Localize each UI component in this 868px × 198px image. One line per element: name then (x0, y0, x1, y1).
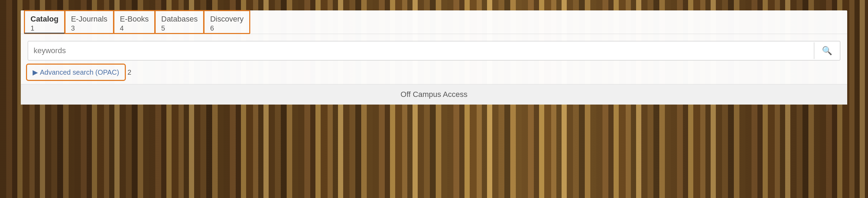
tab-catalog-number: 1 (31, 24, 34, 32)
search-area: 🔍 ▶ Advanced search (OPAC) 2 (21, 34, 847, 84)
tab-databases[interactable]: Databases 5 (155, 10, 204, 34)
tab-ebooks-label: E-Books (120, 15, 149, 24)
tab-catalog-label: Catalog (31, 15, 59, 24)
tab-ejournals[interactable]: E-Journals 3 (65, 10, 114, 34)
tab-ebooks[interactable]: E-Books 4 (114, 10, 155, 34)
advanced-row: ▶ Advanced search (OPAC) 2 (28, 65, 840, 79)
tab-databases-label: Databases (161, 15, 198, 24)
tabs-row: Catalog 1 E-Journals 3 E-Books 4 Databas… (21, 10, 847, 34)
advanced-search-label: Advanced search (OPAC) (40, 68, 119, 76)
tab-databases-number: 5 (161, 24, 165, 32)
tab-ejournals-number: 3 (71, 24, 75, 32)
search-row: 🔍 (28, 41, 840, 60)
tab-discovery-label: Discovery (210, 15, 244, 24)
off-campus-bar[interactable]: Off Campus Access (21, 84, 847, 105)
tab-ebooks-number: 4 (120, 24, 124, 32)
tab-catalog[interactable]: Catalog 1 (24, 10, 65, 34)
advanced-search-arrow: ▶ (33, 68, 38, 76)
tab-discovery[interactable]: Discovery 6 (204, 10, 250, 34)
tab-discovery-number: 6 (210, 24, 214, 32)
search-input[interactable] (28, 41, 814, 60)
main-panel: Catalog 1 E-Journals 3 E-Books 4 Databas… (21, 10, 847, 105)
advanced-search-link[interactable]: ▶ Advanced search (OPAC) (28, 65, 124, 79)
advanced-search-number: 2 (128, 68, 131, 76)
search-button[interactable]: 🔍 (814, 42, 840, 59)
tab-ejournals-label: E-Journals (71, 15, 107, 24)
off-campus-label: Off Campus Access (401, 90, 468, 99)
search-icon: 🔍 (822, 46, 832, 56)
